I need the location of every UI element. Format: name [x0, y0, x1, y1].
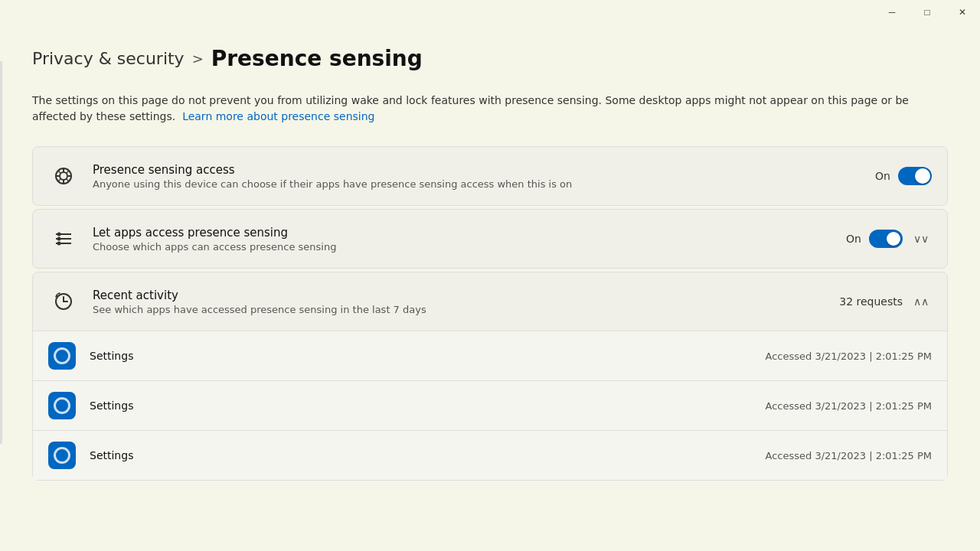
settings-app-icon-2: [48, 392, 76, 419]
apps-access-text: Let apps access presence sensing Choose …: [93, 226, 832, 253]
chevron-down-icon: ∨: [913, 233, 929, 245]
toggle-on-label: On: [875, 170, 890, 182]
apps-toggle-thumb: [887, 232, 900, 246]
apps-access-expand-button[interactable]: ∨: [910, 228, 932, 249]
breadcrumb: Privacy & security > Presence sensing: [32, 46, 948, 71]
apps-access-toggle[interactable]: [869, 230, 903, 248]
recent-activity-subtitle: See which apps have accessed presence se…: [93, 304, 825, 315]
activity-item-3: Settings Accessed 3/21/2023 | 2:01:25 PM: [33, 430, 947, 480]
recent-activity-header: Recent activity See which apps have acce…: [33, 272, 947, 331]
apps-access-title: Let apps access presence sensing: [93, 226, 832, 240]
presence-sensing-icon: [48, 161, 79, 191]
minimize-button[interactable]: ─: [874, 0, 910, 24]
svg-line-9: [58, 179, 60, 181]
recent-activity-icon: [48, 286, 79, 317]
presence-sensing-access-subtitle: Anyone using this device can choose if t…: [93, 178, 861, 190]
apps-access-subtitle: Choose which apps can access presence se…: [93, 241, 832, 253]
settings-icon-inner-3: [54, 447, 70, 464]
apps-toggle-track: [869, 230, 903, 248]
presence-sensing-access-controls: On: [875, 167, 932, 185]
svg-point-1: [60, 172, 67, 180]
app-access-time-1: Accessed 3/21/2023 | 2:01:25 PM: [766, 350, 933, 362]
learn-more-link[interactable]: Learn more about presence sensing: [182, 110, 374, 122]
apps-access-card: Let apps access presence sensing Choose …: [32, 209, 948, 269]
svg-point-15: [57, 242, 61, 246]
app-name-1: Settings: [90, 350, 752, 362]
activity-item-2: Settings Accessed 3/21/2023 | 2:01:25 PM: [33, 380, 947, 430]
recent-activity-title: Recent activity: [93, 289, 825, 302]
svg-point-13: [57, 233, 61, 236]
recent-activity-card: Recent activity See which apps have acce…: [32, 272, 948, 481]
app-name-3: Settings: [90, 449, 752, 461]
app-access-time-2: Accessed 3/21/2023 | 2:01:25 PM: [766, 400, 933, 412]
recent-activity-collapse-button[interactable]: ∧: [910, 291, 932, 312]
presence-sensing-access-text: Presence sensing access Anyone using thi…: [93, 163, 861, 190]
settings-icon-inner-2: [54, 397, 70, 414]
svg-line-6: [58, 171, 60, 173]
settings-icon-inner: [54, 347, 70, 364]
toggle-thumb: [915, 168, 930, 184]
toggle-track: [898, 167, 932, 185]
svg-point-14: [57, 237, 61, 241]
page-description: The settings on this page do not prevent…: [32, 93, 948, 125]
svg-line-7: [67, 179, 69, 181]
chevron-up-icon: ∧: [913, 295, 929, 308]
recent-activity-text: Recent activity See which apps have acce…: [93, 289, 825, 315]
requests-count: 32 requests: [839, 295, 903, 308]
app-access-time-3: Accessed 3/21/2023 | 2:01:25 PM: [766, 450, 933, 461]
apps-access-icon: [48, 223, 79, 254]
main-content: Privacy & security > Presence sensing Th…: [0, 0, 980, 507]
presence-sensing-access-toggle[interactable]: [898, 167, 932, 185]
breadcrumb-parent[interactable]: Privacy & security: [32, 49, 185, 68]
settings-app-icon-1: [48, 342, 76, 370]
apps-toggle-label: On: [846, 233, 861, 245]
app-name-2: Settings: [90, 399, 752, 412]
presence-sensing-access-title: Presence sensing access: [93, 163, 861, 177]
breadcrumb-separator: >: [192, 51, 204, 67]
settings-app-icon-3: [48, 442, 76, 469]
maximize-button[interactable]: □: [910, 0, 945, 24]
titlebar: ─ □ ✕: [874, 0, 980, 24]
apps-access-controls: On ∨: [846, 228, 932, 249]
left-accent-bar: [0, 61, 2, 444]
breadcrumb-current: Presence sensing: [211, 46, 423, 71]
svg-line-8: [67, 171, 69, 173]
activity-item-1: Settings Accessed 3/21/2023 | 2:01:25 PM: [33, 331, 947, 380]
close-button[interactable]: ✕: [945, 0, 980, 24]
recent-activity-controls: 32 requests ∧: [839, 291, 932, 312]
presence-sensing-access-card: Presence sensing access Anyone using thi…: [32, 146, 948, 206]
